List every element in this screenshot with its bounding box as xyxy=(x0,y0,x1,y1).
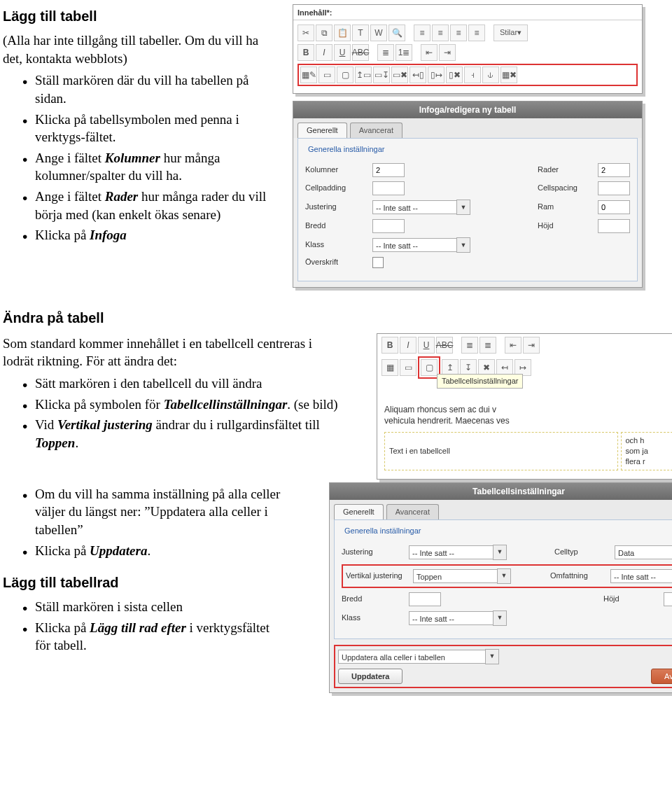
italic-icon[interactable]: I xyxy=(316,44,332,61)
select-update-scope[interactable]: Uppdatera alla celler i tabellen▼ xyxy=(338,649,499,664)
dialog-title: Tabellcellsinställningar ✕ xyxy=(330,483,672,500)
tab-advanced[interactable]: Avancerat xyxy=(386,504,439,519)
table-row-props-icon[interactable]: ▭ xyxy=(318,67,335,83)
input-rader[interactable] xyxy=(598,163,630,177)
bullet: Ange i fältet Kolumner hur många kolumne… xyxy=(32,149,276,185)
fieldset-legend: Generella inställningar xyxy=(305,144,387,155)
insert-table-icon[interactable]: ▦ xyxy=(382,359,398,376)
indent-icon[interactable]: ⇥ xyxy=(523,337,540,354)
insert-table-icon[interactable]: ▦✎ xyxy=(300,67,317,83)
fieldset-legend: Generella inställningar xyxy=(342,526,424,536)
find-icon[interactable]: 🔍 xyxy=(388,25,405,41)
styles-dropdown[interactable]: Stilar ▾ xyxy=(493,25,528,41)
bullet: Ange i fältet Rader hur många rader du v… xyxy=(32,188,276,223)
input-cellpadding[interactable] xyxy=(372,181,405,195)
bullet: Klicka på tabellsymbolen med penna i ver… xyxy=(32,111,276,146)
cell-sample: och h xyxy=(626,435,673,446)
label-celltyp: Celltyp xyxy=(554,547,608,557)
table-cell-props-icon[interactable]: ▢ xyxy=(421,359,438,376)
label-hojd: Höjd xyxy=(603,594,657,604)
heading-add-table: Lägg till tabell xyxy=(3,7,276,26)
table-delete-icon[interactable]: ▦✖ xyxy=(500,67,517,83)
align-right-icon[interactable]: ≡ xyxy=(450,25,467,41)
ul-icon[interactable]: ≣ xyxy=(461,337,478,354)
input-hojd[interactable] xyxy=(598,219,630,233)
label-rader: Rader xyxy=(538,165,591,175)
align-left-icon[interactable]: ≡ xyxy=(414,25,430,41)
cell-settings-screenshot: B I U ABC ≣ ≣ ⇤ ⇥ ▦ ▭ ▢ xyxy=(377,333,672,480)
align-just-icon[interactable]: ≡ xyxy=(468,25,485,41)
input-kolumner[interactable] xyxy=(372,163,405,177)
bold-icon[interactable]: B xyxy=(382,337,398,354)
outdent-icon[interactable]: ⇤ xyxy=(421,44,438,61)
ol-icon[interactable]: 1≣ xyxy=(396,44,412,61)
col-after-icon[interactable]: ▯↦ xyxy=(428,67,444,83)
copy-icon[interactable]: ⧉ xyxy=(316,25,332,41)
cell-sample: Text i en tabellcell xyxy=(389,446,613,456)
heading-edit-table: Ändra på tabell xyxy=(3,309,665,328)
bold-icon[interactable]: B xyxy=(298,44,314,61)
merge-cells-icon[interactable]: ⫝ xyxy=(482,67,499,83)
strike-icon[interactable]: ABC xyxy=(352,44,369,61)
dialog-title: Infoga/redigera ny tabell xyxy=(293,102,642,118)
tab-general[interactable]: Generellt xyxy=(298,123,347,138)
underline-icon[interactable]: U xyxy=(418,337,435,354)
table-row-props-icon[interactable]: ▭ xyxy=(400,359,416,376)
input-ram[interactable] xyxy=(598,200,630,214)
align-center-icon[interactable]: ≡ xyxy=(432,25,449,41)
input-cellspacing[interactable] xyxy=(598,181,630,195)
update-button[interactable]: Uppdatera xyxy=(338,669,402,685)
bullet: Ställ markören i sista cellen xyxy=(32,598,284,616)
cancel-button[interactable]: Avbryt xyxy=(651,669,672,685)
checkbox-overskrift[interactable] xyxy=(372,257,384,268)
tab-general[interactable]: Generellt xyxy=(334,504,384,519)
intro-1: (Alla har inte tillgång till tabeller. O… xyxy=(3,32,276,67)
row-before-icon[interactable]: ↥▭ xyxy=(355,67,372,83)
strike-icon[interactable]: ABC xyxy=(436,337,453,354)
label-kolumner: Kolumner xyxy=(305,165,365,175)
indent-icon[interactable]: ⇥ xyxy=(439,44,456,61)
sample-text: Aliquam rhoncus sem ac dui v xyxy=(384,404,672,415)
ul-icon[interactable]: ≣ xyxy=(377,44,394,61)
select-justering[interactable]: -- Inte satt --▼ xyxy=(409,545,507,560)
field-label: Innehåll*: xyxy=(293,5,642,20)
input-bredd[interactable] xyxy=(372,219,405,233)
bullet: Ställ markören där du vill ha tabellen p… xyxy=(32,71,276,107)
select-klass[interactable]: -- Inte satt --▼ xyxy=(372,237,470,253)
split-cells-icon[interactable]: ⫞ xyxy=(464,67,481,83)
col-delete-icon[interactable]: ▯✖ xyxy=(446,67,463,83)
cell-sample: flera r xyxy=(626,456,673,467)
select-justering[interactable]: -- Inte satt --▼ xyxy=(372,200,470,215)
bullet: Vid Vertikal justering ändrar du i rullg… xyxy=(32,416,360,452)
select-celltyp[interactable]: Data▼ xyxy=(615,545,672,560)
paste-text-icon[interactable]: T xyxy=(352,25,369,41)
select-klass[interactable]: -- Inte satt --▼ xyxy=(409,610,507,626)
select-vertikal[interactable]: Toppen▼ xyxy=(413,568,511,584)
select-omfattning[interactable]: -- Inte satt --▼ xyxy=(610,568,672,584)
cut-icon[interactable]: ✂ xyxy=(298,25,314,41)
ol-icon[interactable]: ≣ xyxy=(479,337,496,354)
input-hojd[interactable] xyxy=(664,592,672,606)
label-hojd: Höjd xyxy=(538,221,591,231)
label-bredd: Bredd xyxy=(305,221,365,231)
label-bredd: Bredd xyxy=(342,594,402,604)
paste-word-icon[interactable]: W xyxy=(370,25,387,41)
row-delete-icon[interactable]: ▭✖ xyxy=(391,67,408,83)
outdent-icon[interactable]: ⇤ xyxy=(505,337,522,354)
label-ram: Ram xyxy=(538,202,591,212)
table-cell-props-icon[interactable]: ▢ xyxy=(337,67,354,83)
label-omfattning: Omfattning xyxy=(550,571,603,581)
label-klass: Klass xyxy=(305,239,365,250)
label-vertikal: Vertikal justering xyxy=(346,571,406,581)
italic-icon[interactable]: I xyxy=(400,337,416,354)
paste-icon[interactable]: 📋 xyxy=(334,25,351,41)
col-before-icon[interactable]: ↤▯ xyxy=(410,67,426,83)
row-after-icon[interactable]: ▭↧ xyxy=(373,67,390,83)
input-bredd[interactable] xyxy=(409,592,441,606)
bullet: Om du vill ha samma inställning på alla … xyxy=(32,485,312,539)
bullet: Klicka på Infoga xyxy=(32,226,276,244)
underline-icon[interactable]: U xyxy=(334,44,351,61)
tab-advanced[interactable]: Avancerat xyxy=(350,123,402,138)
insert-table-dialog: Infoga/redigera ny tabell Generellt Avan… xyxy=(293,101,643,288)
update-all-highlight: Uppdatera alla celler i tabellen▼ Uppdat… xyxy=(334,645,672,689)
